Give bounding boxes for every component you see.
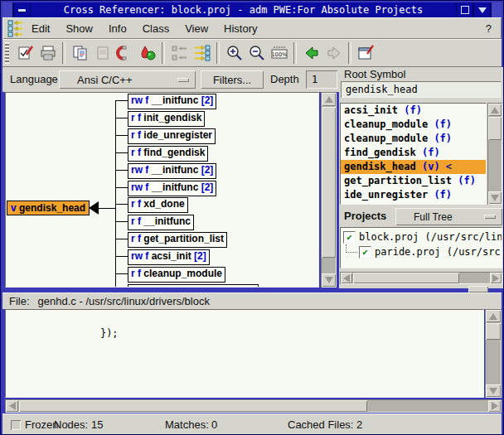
paste-button-disabled[interactable] — [91, 42, 114, 65]
properties-button[interactable] — [355, 42, 377, 65]
cross-reference-icon — [7, 19, 25, 37]
project-checkbox-checked[interactable]: ✔ — [343, 231, 356, 244]
pane-sash-handle[interactable] — [468, 286, 488, 292]
graph-node-partial[interactable]: rw f — [128, 284, 259, 288]
filters-label: Filters... — [213, 74, 251, 86]
projects-horizontal-scrollbar[interactable] — [340, 272, 502, 284]
arrow-down-icon — [489, 388, 497, 394]
colors-button[interactable] — [136, 42, 158, 65]
graph-node[interactable]: r f cleanup_module — [128, 267, 225, 283]
paste-icon — [94, 44, 112, 62]
scroll-left-button[interactable] — [341, 273, 352, 283]
zoom-out-icon — [248, 44, 266, 62]
copy-button[interactable] — [69, 42, 91, 65]
scroll-down-button[interactable] — [486, 384, 501, 397]
edit-verify-button[interactable] — [14, 42, 36, 65]
symbol-list-item[interactable]: cleanup_module (f) — [341, 118, 486, 132]
projects-tree[interactable]: ✔ block.proj (/usr/src/lin ✔ paride.proj… — [340, 227, 502, 268]
toolbar-separator — [62, 42, 65, 64]
project-item[interactable]: ✔ block.proj (/usr/src/lin — [341, 230, 502, 244]
scroll-right-button[interactable] — [490, 273, 502, 283]
cached-value: 2 — [356, 418, 362, 431]
graph-node[interactable]: rw f __initfunc [2] — [128, 94, 216, 109]
menu-info[interactable]: Info — [109, 22, 127, 35]
forward-button-disabled[interactable] — [322, 42, 345, 65]
zoom-100-button[interactable]: 100% — [268, 42, 290, 65]
window-menu-button[interactable] — [13, 2, 31, 17]
magnet-icon — [116, 44, 134, 62]
shade-button[interactable] — [473, 2, 491, 17]
file-path: genhd.c - /usr/src/linux/drivers/block — [38, 295, 210, 307]
graph-node[interactable]: r f ide_unregister — [128, 128, 216, 144]
graph-node[interactable]: r f find_gendisk — [128, 146, 208, 162]
scroll-left-button[interactable] — [6, 400, 18, 412]
scroll-thumb[interactable] — [353, 273, 459, 283]
depth-input[interactable]: 1 — [306, 70, 337, 89]
code-horizontal-scrollbar[interactable] — [5, 399, 502, 413]
menu-bar: Edit Show Info Class View History ? — [2, 17, 502, 39]
scroll-thumb[interactable] — [486, 323, 501, 340]
code-vertical-scrollbar[interactable] — [485, 309, 502, 398]
maximize-button[interactable] — [456, 2, 473, 17]
symbol-list-item[interactable]: get_partition_list (f) — [341, 174, 486, 188]
scroll-down-button[interactable] — [488, 191, 502, 204]
frozen-checkbox[interactable] — [11, 420, 21, 430]
projects-label: Projects — [344, 210, 386, 222]
graph-node[interactable]: rw f acsi_init [2] — [128, 249, 210, 265]
menu-edit[interactable]: Edit — [32, 22, 50, 35]
graph-node[interactable]: r f __initfunc — [128, 215, 194, 230]
frame-corner-left[interactable] — [2, 2, 13, 17]
scroll-up-button[interactable] — [486, 310, 501, 322]
call-graph-panel[interactable]: rw f __initfunc [2] r f init_gendisk r f… — [5, 92, 319, 288]
scroll-down-button[interactable] — [322, 273, 336, 287]
symbol-list-item-selected[interactable]: gendisk_head (v) < — [341, 160, 486, 174]
graph-node[interactable]: r f init_gendisk — [128, 111, 205, 127]
graph-root-node[interactable]: v gendisk_head — [7, 201, 99, 215]
scroll-thumb[interactable] — [488, 117, 502, 140]
colors-icon — [138, 44, 157, 62]
option-menu-dash-icon — [484, 215, 496, 219]
zoom-out-button[interactable] — [245, 42, 268, 65]
code-view[interactable]: }); struct gendisk *gendisk_head = NULL;… — [5, 309, 484, 398]
symbol-list[interactable]: acsi_init (f) cleanup_module (f) cleanup… — [340, 103, 487, 205]
depth-label: Depth — [270, 73, 299, 85]
menu-class[interactable]: Class — [143, 22, 170, 35]
root-symbol-input[interactable]: gendisk_head — [341, 81, 501, 98]
symbol-list-scrollbar[interactable] — [487, 103, 502, 205]
scroll-thumb[interactable] — [322, 107, 336, 258]
graph-node[interactable]: rw f __initfunc [2] — [128, 163, 216, 179]
menu-view[interactable]: View — [185, 22, 208, 35]
graph-node[interactable]: r f get_partition_list — [128, 232, 227, 248]
language-label: Language — [10, 73, 58, 85]
graph-layout-button[interactable] — [191, 42, 213, 65]
graph-node[interactable]: rw f __initfunc [2] — [128, 181, 216, 196]
print-button[interactable] — [36, 42, 59, 65]
language-option-menu[interactable]: Ansi C/C++ — [59, 70, 196, 89]
symbol-list-item[interactable]: find_gendisk (f) — [341, 146, 486, 160]
back-button[interactable] — [300, 42, 322, 65]
menu-show[interactable]: Show — [65, 22, 93, 35]
graph-vertical-scrollbar[interactable] — [321, 92, 337, 288]
file-label: File: — [9, 295, 30, 307]
project-item[interactable]: ✔ paride.proj (/usr/src — [341, 244, 502, 259]
graph-button-disabled[interactable] — [168, 42, 191, 65]
menu-history[interactable]: History — [224, 22, 257, 35]
title-bar[interactable]: Cross Referencer: block.proj - adm PWE:F… — [2, 2, 502, 17]
projects-view-option-menu[interactable]: Full Tree — [395, 208, 502, 225]
symbol-list-item[interactable]: cleanup_module (f) — [341, 132, 486, 146]
scroll-up-button[interactable] — [322, 93, 336, 106]
project-checkbox-checked[interactable]: ✔ — [359, 246, 371, 259]
zoom-in-button[interactable] — [223, 42, 245, 65]
frame-corner-right[interactable] — [491, 2, 502, 17]
symbol-list-item[interactable]: ide_unregister (f) — [341, 188, 486, 202]
graph-node[interactable]: r f xd_done — [128, 197, 188, 213]
magnet-button[interactable] — [114, 42, 136, 65]
filters-button[interactable]: Filters... — [201, 70, 264, 89]
symbol-list-item[interactable]: acsi_init (f) — [341, 104, 486, 118]
zoom-in-icon — [225, 44, 244, 62]
scroll-right-button[interactable] — [488, 400, 501, 412]
menu-help[interactable]: ? — [486, 22, 492, 35]
scroll-up-button[interactable] — [488, 104, 502, 116]
scroll-thumb[interactable] — [19, 400, 367, 412]
toolbar-grip[interactable] — [5, 42, 9, 64]
